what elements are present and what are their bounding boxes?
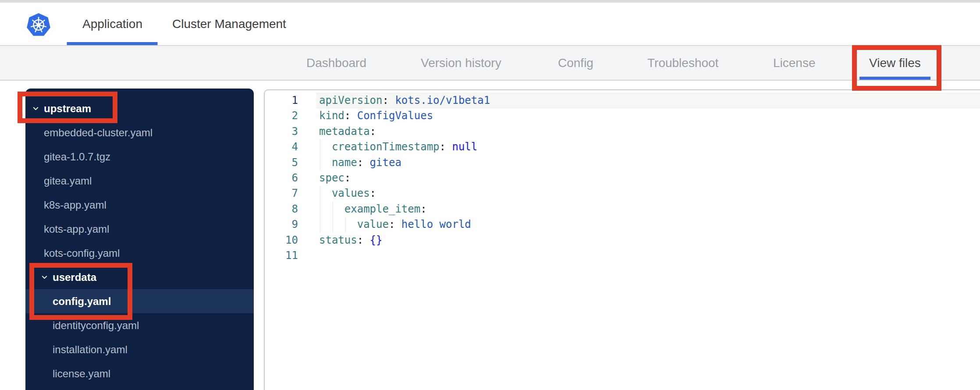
code-text: kind: ConfigValues bbox=[319, 108, 433, 124]
tree-folder-userdata[interactable]: userdata bbox=[25, 265, 254, 289]
code-line-4: 4 creationTimestamp: null bbox=[265, 139, 980, 155]
code-line-3: 3metadata: bbox=[265, 124, 980, 139]
code-editor[interactable]: 1apiVersion: kots.io/v1beta12kind: Confi… bbox=[264, 89, 980, 390]
tree-file-embedded-cluster-yaml[interactable]: embedded-cluster.yaml bbox=[25, 121, 254, 145]
tree-item-label: gitea.yaml bbox=[44, 175, 92, 187]
nav-item-dashboard[interactable]: Dashboard bbox=[306, 46, 366, 80]
code-line-7: 7 values: bbox=[265, 186, 980, 201]
kubernetes-logo-icon bbox=[26, 13, 51, 37]
tree-file-config-yaml[interactable]: config.yaml bbox=[25, 289, 254, 313]
kots-admin-console: Application Cluster Management Dashboard… bbox=[0, 0, 980, 390]
line-number: 11 bbox=[265, 248, 298, 263]
code-text: name: gitea bbox=[319, 155, 401, 170]
tree-item-label: license.yaml bbox=[53, 368, 110, 380]
tab-application[interactable]: Application bbox=[82, 3, 142, 45]
code-line-5: 5 name: gitea bbox=[265, 155, 980, 170]
tree-item-label: kots-config.yaml bbox=[44, 247, 120, 259]
nav-item-troubleshoot[interactable]: Troubleshoot bbox=[647, 46, 718, 80]
nav-item-view-files[interactable]: View files bbox=[869, 46, 921, 80]
tree-item-label: k8s-app.yaml bbox=[44, 199, 107, 211]
chevron-down-icon[interactable] bbox=[31, 104, 40, 113]
code-line-2: 2kind: ConfigValues bbox=[265, 108, 980, 124]
tree-item-label: kots-app.yaml bbox=[44, 223, 109, 235]
tree-file-gitea-yaml[interactable]: gitea.yaml bbox=[25, 169, 254, 193]
line-number: 2 bbox=[265, 108, 298, 124]
tree-item-label: userdata bbox=[53, 271, 96, 284]
file-tree: upstreamembedded-cluster.yamlgitea-1.0.7… bbox=[25, 89, 254, 390]
code-text: values: bbox=[319, 186, 376, 201]
tree-item-label: identityconfig.yaml bbox=[53, 319, 139, 332]
code-line-1: 1apiVersion: kots.io/v1beta1 bbox=[265, 93, 980, 108]
tree-file-installation-yaml[interactable]: installation.yaml bbox=[25, 337, 254, 362]
line-number: 1 bbox=[265, 93, 298, 108]
nav-item-license[interactable]: License bbox=[773, 46, 816, 80]
line-number: 4 bbox=[265, 139, 298, 155]
tree-item-label: gitea-1.0.7.tgz bbox=[44, 151, 110, 163]
tab-cluster-management[interactable]: Cluster Management bbox=[172, 3, 286, 45]
code-line-8: 8 example_item: bbox=[265, 202, 980, 217]
line-number: 3 bbox=[265, 124, 298, 139]
nav-item-version-history[interactable]: Version history bbox=[421, 46, 501, 80]
tree-file-kots-app-yaml[interactable]: kots-app.yaml bbox=[25, 217, 254, 241]
chevron-down-icon[interactable] bbox=[40, 273, 49, 282]
tree-folder-upstream[interactable]: upstream bbox=[25, 96, 254, 121]
tree-file-license-yaml[interactable]: license.yaml bbox=[25, 362, 254, 386]
code-text: status: {} bbox=[319, 233, 383, 248]
code-text: creationTimestamp: null bbox=[319, 139, 477, 155]
code-line-6: 6spec: bbox=[265, 170, 980, 186]
code-line-11: 11 bbox=[265, 248, 980, 263]
tree-file-identityconfig-yaml[interactable]: identityconfig.yaml bbox=[25, 313, 254, 337]
code-text: apiVersion: kots.io/v1beta1 bbox=[319, 93, 490, 108]
tree-file-k8s-app-yaml[interactable]: k8s-app.yaml bbox=[25, 193, 254, 217]
code-text: spec: bbox=[319, 170, 351, 186]
code-text: metadata: bbox=[319, 124, 376, 139]
code-line-10: 10status: {} bbox=[265, 233, 980, 248]
line-number: 8 bbox=[265, 202, 298, 217]
tree-item-label: installation.yaml bbox=[53, 344, 128, 356]
tree-file-kots-config-yaml[interactable]: kots-config.yaml bbox=[25, 241, 254, 265]
code-text: example_item: bbox=[319, 202, 427, 217]
code-text: value: hello world bbox=[319, 217, 471, 232]
line-number: 9 bbox=[265, 217, 298, 232]
line-number: 5 bbox=[265, 155, 298, 170]
line-number: 6 bbox=[265, 170, 298, 186]
tree-item-label: upstream bbox=[44, 103, 91, 115]
secondary-nav: DashboardVersion historyConfigTroublesho… bbox=[0, 46, 980, 81]
app-header: Application Cluster Management bbox=[0, 3, 980, 46]
nav-item-config[interactable]: Config bbox=[558, 46, 593, 80]
tree-item-label: config.yaml bbox=[53, 295, 111, 308]
line-number: 7 bbox=[265, 186, 298, 201]
code-line-9: 9 value: hello world bbox=[265, 217, 980, 232]
tree-item-label: embedded-cluster.yaml bbox=[44, 127, 153, 139]
tree-file-gitea-1-0-7-tgz[interactable]: gitea-1.0.7.tgz bbox=[25, 145, 254, 169]
line-number: 10 bbox=[265, 233, 298, 248]
